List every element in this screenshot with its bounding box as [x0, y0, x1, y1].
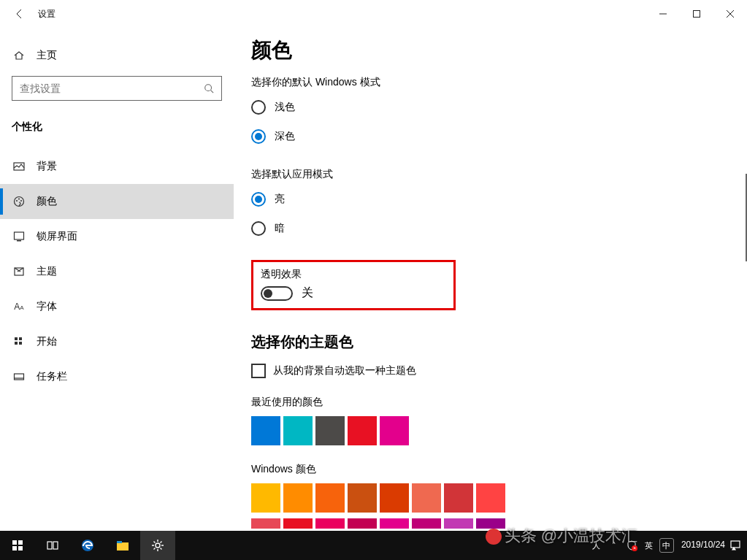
palette-icon: [12, 196, 26, 207]
color-swatch[interactable]: [380, 483, 409, 513]
nav-item-fonts[interactable]: AA 字体: [0, 289, 234, 324]
taskbar-clock[interactable]: 2019/10/24: [681, 540, 725, 550]
transparency-toggle[interactable]: [261, 286, 293, 301]
maximize-button[interactable]: [680, 0, 713, 28]
nav-item-start[interactable]: 开始: [0, 324, 234, 359]
nav-item-colors[interactable]: 颜色: [0, 184, 234, 219]
back-button[interactable]: [3, 0, 37, 28]
nav-item-label: 任务栏: [37, 370, 67, 383]
taskbar-date: 2019/10/24: [681, 540, 725, 550]
radio-label: 暗: [275, 222, 285, 235]
nav-item-themes[interactable]: 主题: [0, 254, 234, 289]
color-swatch[interactable]: [315, 518, 345, 529]
nav-item-label: 字体: [37, 300, 57, 313]
radio-icon: [251, 129, 266, 144]
search-icon: [202, 83, 215, 93]
windows-colors-row-1: [251, 483, 729, 513]
taskbar-icon: [12, 371, 26, 383]
radio-windows-light[interactable]: 浅色: [251, 96, 729, 118]
nav-item-label: 锁屏界面: [37, 230, 77, 243]
page-title: 颜色: [251, 37, 729, 64]
svg-point-4: [16, 200, 18, 202]
start-icon: [12, 336, 26, 348]
close-button[interactable]: [713, 0, 747, 28]
tray-security-icon[interactable]: ×: [624, 538, 639, 553]
svg-rect-10: [15, 337, 18, 340]
color-swatch[interactable]: [348, 416, 377, 445]
radio-label: 浅色: [275, 101, 295, 114]
background-icon: [12, 161, 26, 172]
radio-app-dark[interactable]: 暗: [251, 218, 729, 239]
color-swatch[interactable]: [348, 518, 377, 529]
nav-item-label: 主题: [37, 265, 57, 278]
svg-rect-13: [19, 342, 22, 345]
color-swatch[interactable]: [380, 416, 409, 445]
color-swatch[interactable]: [251, 416, 280, 445]
svg-rect-7: [15, 232, 24, 239]
color-swatch[interactable]: [251, 483, 280, 513]
transparency-state: 关: [302, 285, 313, 301]
home-icon: [12, 50, 26, 61]
accent-section-title: 选择你的主题色: [251, 332, 729, 352]
svg-point-25: [156, 543, 160, 548]
auto-accent-checkbox[interactable]: 从我的背景自动选取一种主题色: [251, 364, 729, 378]
radio-label: 亮: [275, 193, 285, 206]
action-center-icon[interactable]: [728, 538, 743, 553]
color-swatch[interactable]: [251, 518, 280, 529]
recent-colors-label: 最近使用的颜色: [251, 396, 729, 409]
color-swatch[interactable]: [444, 518, 473, 529]
color-swatch[interactable]: [476, 518, 505, 529]
radio-icon: [251, 100, 266, 115]
color-swatch[interactable]: [380, 518, 409, 529]
radio-app-light[interactable]: 亮: [251, 188, 729, 210]
windows-mode-label: 选择你的默认 Windows 模式: [251, 76, 729, 89]
svg-rect-21: [53, 542, 58, 549]
color-swatch[interactable]: [315, 483, 345, 513]
color-swatch[interactable]: [283, 483, 313, 513]
windows-colors-label: Windows 颜色: [251, 463, 729, 476]
search-box[interactable]: [12, 76, 222, 101]
svg-rect-11: [19, 337, 22, 340]
transparency-label: 透明效果: [261, 268, 446, 281]
auto-accent-label: 从我的背景自动选取一种主题色: [273, 364, 416, 377]
radio-icon: [251, 221, 266, 236]
radio-windows-dark[interactable]: 深色: [251, 126, 729, 147]
search-input[interactable]: [18, 82, 202, 95]
sidebar: 主页 个性化 背景 颜色 锁屏界面 主题 AA: [0, 28, 234, 531]
radio-icon: [251, 192, 266, 207]
themes-icon: [12, 266, 26, 277]
taskbar-app-explorer[interactable]: [105, 531, 140, 560]
minimize-button[interactable]: [646, 0, 680, 28]
taskbar-app-settings[interactable]: [140, 531, 175, 560]
svg-rect-20: [47, 542, 52, 549]
taskbar: 头条 @小温技术汇 人 ˄ × 英 中 2019/10/24: [0, 531, 747, 560]
color-swatch[interactable]: [283, 416, 313, 445]
color-swatch[interactable]: [412, 518, 441, 529]
nav-item-label: 颜色: [37, 195, 57, 208]
color-swatch[interactable]: [444, 483, 473, 513]
tray-chevron-up-icon[interactable]: ˄: [607, 538, 621, 553]
color-swatch[interactable]: [283, 518, 313, 529]
content-area: 颜色 选择你的默认 Windows 模式 浅色 深色 选择默认应用模式 亮 暗 …: [234, 28, 747, 531]
color-swatch[interactable]: [315, 416, 345, 445]
color-swatch[interactable]: [412, 483, 441, 513]
nav-item-background[interactable]: 背景: [0, 149, 234, 184]
window-title: 设置: [38, 8, 55, 20]
svg-rect-17: [18, 540, 23, 545]
nav-item-taskbar[interactable]: 任务栏: [0, 359, 234, 394]
task-view-button[interactable]: [35, 531, 70, 560]
color-swatch[interactable]: [348, 483, 377, 513]
app-mode-label: 选择默认应用模式: [251, 168, 729, 181]
windows-colors-row-2: [251, 518, 729, 529]
svg-rect-14: [15, 374, 24, 380]
tray-ime-full[interactable]: 中: [659, 538, 674, 553]
taskbar-app-edge[interactable]: [70, 531, 105, 560]
svg-rect-8: [17, 240, 21, 242]
tray-people-icon[interactable]: 人: [589, 538, 604, 553]
start-button[interactable]: [0, 531, 35, 560]
svg-point-3: [15, 197, 24, 207]
color-swatch[interactable]: [476, 483, 505, 513]
tray-ime-lang[interactable]: 英: [642, 538, 656, 553]
nav-item-lockscreen[interactable]: 锁屏界面: [0, 219, 234, 254]
nav-home[interactable]: 主页: [0, 42, 234, 69]
